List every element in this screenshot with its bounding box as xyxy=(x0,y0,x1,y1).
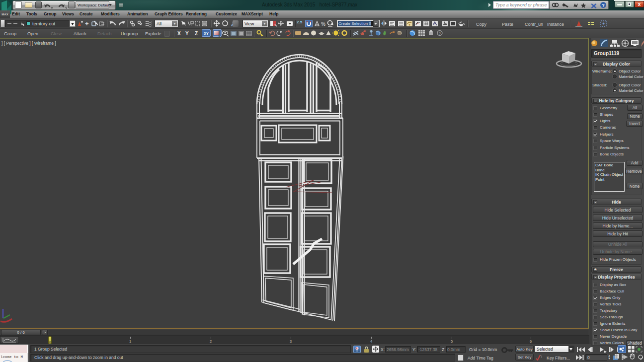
svg-text:?: ? xyxy=(602,3,605,8)
svg-text:?: ? xyxy=(439,31,441,36)
svg-text:%: % xyxy=(321,21,325,27)
